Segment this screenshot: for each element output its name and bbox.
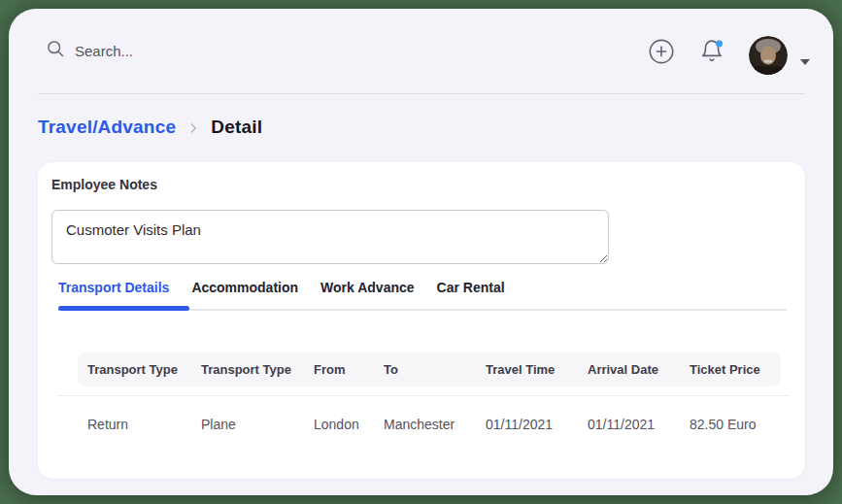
cell-travel-time: 01/11/2021: [476, 417, 578, 432]
column-header-arrival-date: Arrival Date: [578, 362, 680, 377]
search-icon: [46, 39, 65, 58]
breadcrumb-current-page: Detail: [211, 117, 262, 138]
tab-work-advance[interactable]: Work Advance: [320, 280, 414, 295]
profile-menu-caret-icon[interactable]: [800, 59, 810, 65]
table-header-row: Transport Type Transport Type From To Tr…: [78, 353, 781, 386]
cell-arrival-date: 01/11/2021: [578, 417, 680, 432]
table-header-separator: [57, 395, 790, 396]
detail-card: Employee Notes Cusmoter Visits Plan Tran…: [38, 162, 805, 479]
tab-car-rental[interactable]: Car Rental: [437, 280, 505, 295]
column-header-to: To: [374, 362, 476, 377]
notifications-bell-icon[interactable]: [699, 39, 724, 64]
transport-table: Transport Type Transport Type From To Tr…: [78, 353, 781, 443]
tab-transport-details[interactable]: Transport Details: [58, 280, 169, 295]
user-avatar[interactable]: [749, 36, 788, 75]
employee-notes-textarea[interactable]: Cusmoter Visits Plan: [51, 210, 609, 264]
topbar-divider: [38, 93, 805, 94]
add-button[interactable]: [648, 38, 675, 65]
cell-from: London: [304, 417, 374, 432]
column-header-transport-type-2: Transport Type: [191, 362, 304, 377]
column-header-transport-type-1: Transport Type: [78, 362, 191, 377]
search-input[interactable]: [73, 39, 329, 62]
breadcrumb: Travel/Advance Detail: [38, 117, 262, 138]
notification-dot: [716, 40, 723, 47]
tab-bar: Transport Details Accommodation Work Adv…: [58, 280, 505, 295]
chevron-right-icon: [186, 121, 200, 135]
active-tab-indicator: [58, 306, 189, 311]
cell-transport-type-2: Plane: [191, 417, 304, 432]
cell-to: Manchester: [374, 417, 476, 432]
table-row: Return Plane London Manchester 01/11/202…: [78, 406, 781, 443]
cell-transport-type-1: Return: [78, 417, 191, 432]
column-header-travel-time: Travel Time: [476, 362, 578, 377]
breadcrumb-section-link[interactable]: Travel/Advance: [38, 117, 176, 138]
column-header-ticket-price: Ticket Price: [680, 362, 781, 377]
app-page: Travel/Advance Detail Employee Notes Cus…: [9, 9, 833, 495]
employee-notes-label: Employee Notes: [51, 177, 157, 192]
tab-accommodation[interactable]: Accommodation: [191, 280, 298, 295]
column-header-from: From: [304, 362, 374, 377]
cell-ticket-price: 82.50 Euro: [680, 417, 781, 432]
